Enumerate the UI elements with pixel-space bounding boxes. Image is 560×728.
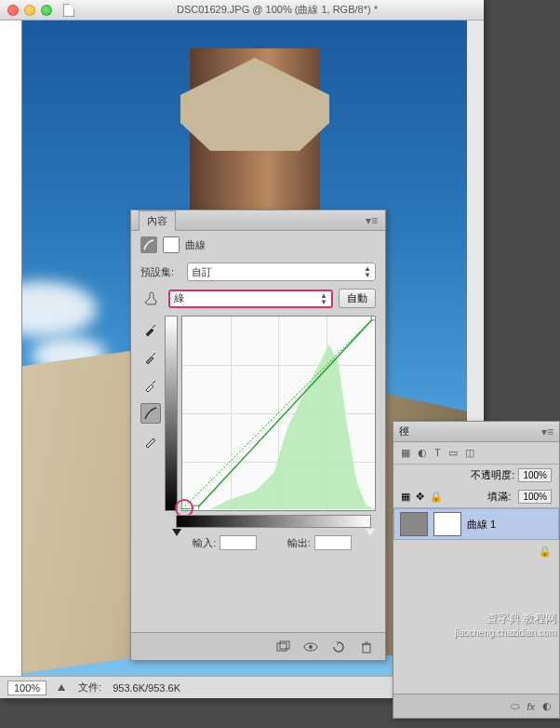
clip-icon[interactable] — [273, 639, 292, 655]
reset-icon[interactable] — [329, 639, 348, 655]
layers-menu-icon[interactable]: ▾≡ — [541, 425, 553, 438]
preset-label: 預設集: — [140, 265, 181, 279]
lock-position-icon[interactable]: ✥ — [416, 491, 424, 503]
opacity-value[interactable]: 100% — [518, 468, 552, 482]
curve-edit-icon[interactable] — [140, 403, 161, 424]
traffic-lights — [7, 5, 52, 16]
svg-rect-7 — [363, 644, 370, 653]
white-point-slider[interactable] — [366, 529, 375, 536]
fx-icon[interactable]: fx — [527, 701, 535, 712]
layer-mask-thumbnail[interactable] — [433, 512, 461, 536]
zoom-icon[interactable] — [41, 5, 52, 16]
layers-panel: 徑 ▾≡ ▦ ◐ T ▭ ◫ 不透明度: 100% ▦ ✥ 🔒 填滿: 100%… — [393, 421, 560, 719]
pencil-icon[interactable] — [140, 431, 161, 452]
input-label: 輸入: — [193, 536, 216, 550]
output-gradient[interactable] — [165, 316, 178, 511]
layer-filter-bar: ▦ ◐ T ▭ ◫ — [393, 442, 559, 465]
curves-tools — [140, 316, 161, 511]
document-icon — [63, 4, 74, 17]
eyedropper-white-icon[interactable] — [140, 375, 161, 396]
svg-line-0 — [182, 317, 375, 509]
layer-item[interactable]: 曲線 1 — [393, 508, 559, 540]
watermark: 查字典 教程网 jiaocheng.chazidian.com — [454, 611, 556, 640]
filter-shape-icon[interactable]: ▭ — [448, 447, 458, 459]
layer-thumbnail[interactable] — [400, 512, 428, 536]
panel-header[interactable]: 內容 ▾≡ — [131, 210, 385, 231]
watermark-url: jiaocheng.chazidian.com — [454, 626, 556, 640]
black-point-slider[interactable] — [172, 529, 181, 536]
zoom-field[interactable]: 100% — [7, 681, 47, 695]
ruler-vertical[interactable] — [0, 20, 22, 676]
watermark-text: 查字典 教程网 — [454, 611, 556, 626]
eyedropper-gray-icon[interactable] — [140, 347, 161, 368]
lock-pixels-icon[interactable]: ▦ — [401, 491, 410, 503]
layer-name[interactable]: 曲線 1 — [467, 518, 496, 532]
svg-rect-4 — [280, 641, 289, 649]
properties-panel: 內容 ▾≡ 曲線 預設集: 自訂 ▲▼ 綠 ▲▼ 自動 — [130, 209, 386, 661]
mask-add-icon[interactable]: ◐ — [542, 700, 552, 712]
window-title: DSC01629.JPG @ 100% (曲線 1, RGB/8*) * — [78, 3, 476, 17]
trash-icon[interactable] — [357, 639, 376, 655]
titlebar[interactable]: DSC01629.JPG @ 100% (曲線 1, RGB/8*) * — [0, 0, 484, 20]
input-gradient[interactable] — [176, 515, 371, 528]
output-label: 輸出: — [287, 536, 311, 550]
layers-tabs[interactable]: 徑 ▾≡ — [393, 422, 559, 442]
svg-rect-2 — [371, 317, 375, 320]
output-field[interactable] — [314, 535, 352, 550]
auto-button[interactable]: 自動 — [339, 289, 376, 308]
svg-point-6 — [309, 645, 313, 649]
curve-line[interactable] — [182, 317, 375, 509]
curves-graph[interactable] — [181, 316, 376, 511]
info-triangle-icon[interactable] — [58, 684, 65, 691]
filter-smart-icon[interactable]: ◫ — [465, 447, 474, 459]
eye-icon[interactable] — [301, 639, 320, 655]
link-icon[interactable]: ⬭ — [511, 700, 519, 712]
channel-value: 綠 — [174, 291, 184, 305]
lock-indicator-icon: 🔒 — [539, 546, 552, 558]
eyedropper-black-icon[interactable] — [140, 319, 161, 340]
lock-all-icon[interactable]: 🔒 — [430, 491, 443, 503]
target-adjust-icon[interactable] — [140, 290, 163, 307]
panel-footer — [131, 632, 385, 660]
preset-value: 自訂 — [192, 265, 212, 279]
tab-paths[interactable]: 徑 — [399, 425, 409, 438]
fill-label: 填滿: — [487, 490, 511, 504]
svg-rect-3 — [277, 643, 287, 651]
curves-adjustment-icon[interactable] — [140, 236, 157, 253]
filter-type-icon[interactable]: T — [434, 447, 441, 459]
close-icon[interactable] — [7, 5, 19, 16]
adjustment-name: 曲線 — [185, 238, 206, 252]
channel-select[interactable]: 綠 ▲▼ — [168, 290, 333, 308]
panel-tab-content[interactable]: 內容 — [139, 210, 176, 231]
opacity-label: 不透明度: — [471, 468, 514, 482]
input-field[interactable] — [220, 535, 257, 550]
svg-rect-1 — [193, 506, 199, 509]
panel-menu-icon[interactable]: ▾≡ — [366, 214, 378, 227]
filter-adjust-icon[interactable]: ◐ — [418, 447, 427, 459]
fill-value[interactable]: 100% — [518, 490, 552, 504]
filesize-value: 953.6K/953.6K — [113, 682, 180, 694]
preset-select[interactable]: 自訂 ▲▼ — [187, 263, 376, 281]
layers-footer: ⬭ fx ◐ — [393, 694, 559, 718]
mask-icon[interactable] — [163, 236, 180, 253]
minimize-icon[interactable] — [24, 5, 35, 16]
filesize-label: 文件: — [78, 681, 101, 694]
filter-image-icon[interactable]: ▦ — [401, 447, 410, 459]
